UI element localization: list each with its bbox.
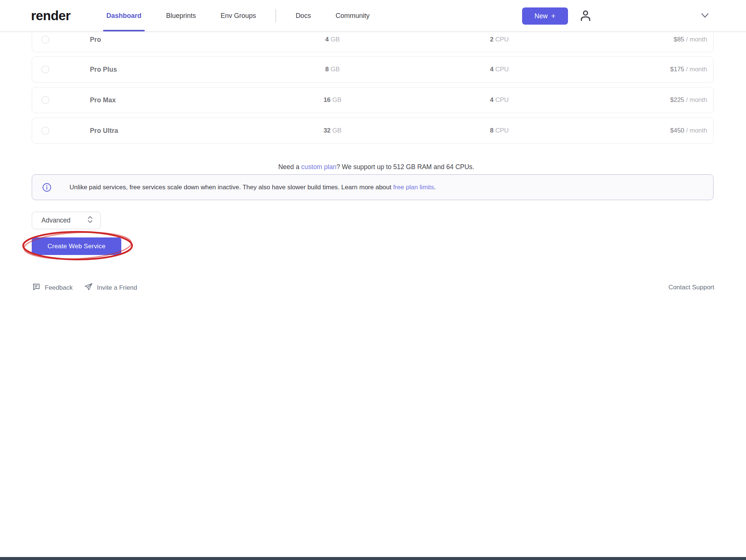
chevron-down-icon (700, 13, 709, 20)
nav-divider (275, 9, 276, 22)
plan-name: Pro Ultra (90, 127, 118, 135)
invite-friend-link[interactable]: Invite a Friend (84, 282, 137, 293)
plan-cpu: 8 CPU (462, 127, 537, 134)
plan-name: Pro (90, 36, 101, 44)
feedback-link[interactable]: Feedback (32, 282, 73, 293)
plan-ram: 8 GB (295, 66, 370, 73)
nav-item-label: Docs (296, 12, 311, 20)
custom-plan-link[interactable]: custom plan (301, 163, 336, 171)
plan-row-pro-plus[interactable]: Pro Plus 8 GB 4 CPU $175 / month (32, 56, 714, 83)
unfold-chevrons-icon (87, 215, 94, 225)
invite-label: Invite a Friend (97, 284, 137, 292)
nav-item-env-groups[interactable]: Env Groups (221, 0, 256, 31)
render-dashboard-page: render Dashboard Blueprints Env Groups D… (0, 0, 746, 560)
nav-item-community[interactable]: Community (335, 0, 369, 31)
account-menu-button[interactable] (578, 8, 593, 24)
active-tab-underline (103, 30, 145, 31)
info-icon (42, 183, 51, 192)
plan-radio[interactable] (41, 96, 49, 104)
plan-price: $450 / month (670, 127, 707, 134)
advanced-label: Advanced (41, 217, 71, 224)
contact-support-link[interactable]: Contact Support (668, 284, 714, 291)
plan-row-pro-max[interactable]: Pro Max 16 GB 4 CPU $225 / month (32, 87, 714, 113)
plan-name: Pro Max (90, 96, 116, 104)
paper-plane-icon (84, 282, 93, 293)
render-logo[interactable]: render (31, 0, 71, 31)
plan-ram: 4 GB (295, 36, 370, 43)
plan-price: $225 / month (670, 96, 707, 104)
workspace-dropdown-button[interactable] (699, 11, 711, 21)
plan-price: $175 / month (670, 66, 707, 73)
plan-ram: 16 GB (295, 96, 370, 104)
footer-links: Feedback Invite a Friend (32, 282, 137, 293)
banner-text: Unlike paid services, free services scal… (59, 176, 436, 199)
create-web-service-button[interactable]: Create Web Service (32, 237, 121, 255)
feedback-label: Feedback (45, 284, 73, 292)
feedback-bubble-icon (32, 282, 41, 293)
plan-cpu: 2 CPU (462, 36, 537, 43)
custom-plan-prefix: Need a (278, 163, 301, 171)
user-icon (578, 9, 593, 24)
nav-item-label: Env Groups (221, 12, 256, 20)
top-navbar: render Dashboard Blueprints Env Groups D… (0, 0, 746, 32)
plan-ram: 32 GB (295, 127, 370, 134)
plan-cpu: 4 CPU (462, 96, 537, 104)
custom-plan-suffix: ? We support up to 512 GB RAM and 64 CPU… (336, 163, 474, 171)
new-button[interactable]: New + (522, 7, 568, 25)
nav-item-dashboard[interactable]: Dashboard (106, 0, 141, 31)
advanced-toggle[interactable]: Advanced (32, 212, 101, 229)
create-button-label: Create Web Service (47, 243, 105, 250)
plan-price: $85 / month (674, 36, 707, 43)
plan-radio[interactable] (41, 66, 49, 74)
nav-item-docs[interactable]: Docs (296, 0, 311, 31)
plan-row-pro[interactable]: Pro 4 GB 2 CPU $85 / month (32, 33, 714, 52)
plan-row-pro-ultra[interactable]: Pro Ultra 32 GB 8 CPU $450 / month (32, 118, 714, 144)
plan-radio[interactable] (41, 36, 49, 44)
nav-item-label: Dashboard (106, 12, 141, 20)
nav-item-label: Blueprints (166, 12, 196, 20)
bottom-bar (0, 557, 746, 560)
free-plan-info-banner: Unlike paid services, free services scal… (32, 174, 714, 200)
free-plan-limits-link[interactable]: free plan limits (393, 184, 434, 191)
new-button-label: New (534, 12, 547, 20)
plan-radio[interactable] (41, 127, 49, 135)
nav-item-blueprints[interactable]: Blueprints (166, 0, 196, 31)
plan-name: Pro Plus (90, 66, 117, 74)
nav-item-label: Community (335, 12, 369, 20)
primary-nav: Dashboard Blueprints Env Groups Docs Com… (106, 0, 369, 31)
plan-cpu: 4 CPU (462, 66, 537, 73)
plus-icon: + (551, 12, 555, 20)
